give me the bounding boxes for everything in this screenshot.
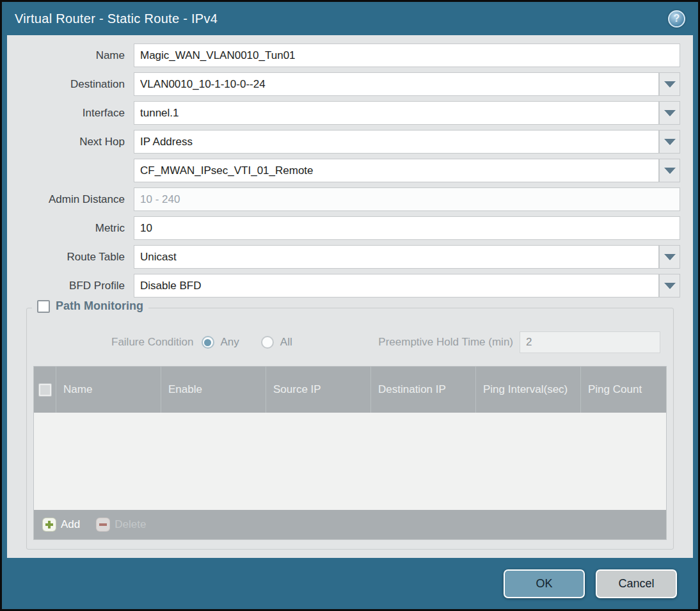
path-monitoring-checkbox[interactable] xyxy=(37,300,50,313)
column-header-source-ip: Source IP xyxy=(266,367,370,413)
column-header-name: Name xyxy=(56,367,161,413)
route-table-label: Route Table xyxy=(20,251,134,264)
select-all-cell xyxy=(34,367,56,413)
next-hop-address-input[interactable] xyxy=(134,159,659,182)
metric-row: Metric xyxy=(20,216,680,240)
preemptive-hold-time: Preemptive Hold Time (min) xyxy=(378,331,660,353)
dialog-title: Virtual Router - Static Route - IPv4 xyxy=(15,12,218,26)
next-hop-address-dropdown-button[interactable] xyxy=(659,159,680,182)
plus-icon xyxy=(43,518,56,531)
admin-distance-label: Admin Distance xyxy=(20,193,134,206)
failure-condition-label: Failure Condition xyxy=(111,336,194,349)
column-header-ping-count: Ping Count xyxy=(580,367,666,413)
name-input[interactable] xyxy=(134,44,680,67)
failure-condition-radio-group: Any All xyxy=(202,336,314,349)
radio-all-label: All xyxy=(280,336,292,349)
help-icon[interactable]: ? xyxy=(668,10,685,28)
route-table-dropdown-button[interactable] xyxy=(659,245,680,269)
table-body-empty xyxy=(34,413,666,510)
destination-dropdown-button[interactable] xyxy=(659,72,680,96)
destination-label: Destination xyxy=(20,78,134,91)
radio-all[interactable] xyxy=(261,336,274,349)
add-button-label: Add xyxy=(61,518,80,531)
path-monitoring-controls: Failure Condition Any All Preemptive Hol… xyxy=(111,331,660,353)
chevron-down-icon xyxy=(664,168,676,174)
preemptive-hold-time-input[interactable] xyxy=(520,331,660,353)
bfd-profile-dropdown-button[interactable] xyxy=(659,274,680,298)
interface-label: Interface xyxy=(20,107,134,120)
path-monitoring-table: Name Enable Source IP Destination IP Pin… xyxy=(33,366,667,540)
admin-distance-row: Admin Distance xyxy=(20,187,680,211)
destination-input[interactable] xyxy=(134,72,659,96)
path-monitoring-group: Path Monitoring Failure Condition Any Al… xyxy=(26,308,674,550)
delete-button-label: Delete xyxy=(115,518,146,531)
chevron-down-icon xyxy=(664,283,676,289)
next-hop-type-dropdown-button[interactable] xyxy=(659,130,680,154)
table-header-row: Name Enable Source IP Destination IP Pin… xyxy=(34,367,666,413)
metric-input[interactable] xyxy=(134,216,680,240)
destination-row: Destination xyxy=(20,72,680,96)
dialog-footer: OK Cancel xyxy=(2,558,698,609)
chevron-down-icon xyxy=(664,81,676,88)
chevron-down-icon xyxy=(664,139,676,145)
add-button[interactable]: Add xyxy=(43,518,80,531)
title-bar: Virtual Router - Static Route - IPv4 ? xyxy=(2,2,698,35)
interface-dropdown-button[interactable] xyxy=(659,101,680,125)
next-hop-row: Next Hop xyxy=(20,130,680,154)
column-header-enable: Enable xyxy=(161,367,266,413)
interface-row: Interface xyxy=(20,101,680,125)
name-row: Name xyxy=(20,44,680,67)
dialog-content: Name Destination Interface xyxy=(7,35,693,558)
minus-icon xyxy=(97,518,109,531)
select-all-checkbox[interactable] xyxy=(38,383,52,397)
chevron-down-icon xyxy=(664,254,676,260)
cancel-button[interactable]: Cancel xyxy=(596,569,677,598)
radio-any[interactable] xyxy=(202,336,214,349)
path-monitoring-legend: Path Monitoring xyxy=(32,299,148,313)
preemptive-hold-time-label: Preemptive Hold Time (min) xyxy=(378,336,513,349)
chevron-down-icon xyxy=(664,110,676,116)
interface-input[interactable] xyxy=(134,101,659,125)
bfd-profile-label: BFD Profile xyxy=(20,280,134,292)
admin-distance-input[interactable] xyxy=(134,187,680,211)
column-header-ping-interval: Ping Interval(sec) xyxy=(475,367,580,413)
bfd-profile-input[interactable] xyxy=(134,274,659,298)
next-hop-type-input[interactable] xyxy=(134,130,659,154)
delete-button[interactable]: Delete xyxy=(97,518,146,531)
bfd-profile-row: BFD Profile xyxy=(20,274,680,298)
metric-label: Metric xyxy=(20,222,134,235)
radio-any-label: Any xyxy=(221,336,239,349)
ok-button[interactable]: OK xyxy=(504,569,585,598)
path-monitoring-title: Path Monitoring xyxy=(56,299,143,313)
next-hop-label: Next Hop xyxy=(20,136,134,148)
next-hop-address-row xyxy=(20,159,680,182)
column-header-destination-ip: Destination IP xyxy=(370,367,475,413)
route-table-input[interactable] xyxy=(134,245,659,269)
name-label: Name xyxy=(20,49,134,62)
route-table-row: Route Table xyxy=(20,245,680,269)
table-action-bar: Add Delete xyxy=(34,510,666,539)
static-route-dialog: Virtual Router - Static Route - IPv4 ? N… xyxy=(0,0,700,611)
